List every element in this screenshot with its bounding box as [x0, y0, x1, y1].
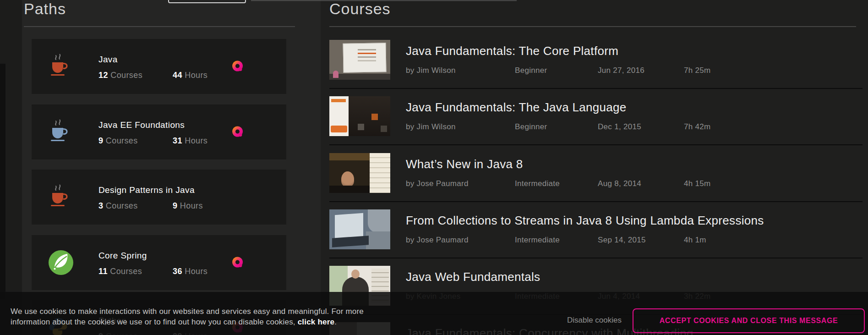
path-badge-icon	[232, 257, 244, 269]
course-date: Aug 8, 2014	[598, 179, 684, 188]
path-card-core-spring[interactable]: Core Spring 11 Courses36 Hours	[32, 235, 286, 290]
course-title[interactable]: Java Fundamentals: The Core Platform	[406, 44, 618, 58]
course-title[interactable]: Java Web Fundamentals	[406, 270, 540, 284]
course-author: by Jim Wilson	[406, 122, 515, 132]
course-meta: by Jim WilsonBeginnerDec 1, 20157h 42m	[406, 122, 711, 132]
path-card-java[interactable]: Java 12 Courses44 Hours	[32, 39, 286, 94]
path-hours-label: Hours	[185, 267, 207, 276]
path-title: Java	[98, 55, 118, 65]
course-duration: 7h 25m	[684, 66, 711, 75]
course-level: Intermediate	[515, 179, 598, 188]
course-row[interactable]: From Collections to Streams in Java 8 Us…	[329, 209, 863, 261]
course-title[interactable]: From Collections to Streams in Java 8 Us…	[406, 214, 764, 228]
path-hours-count: 44	[173, 71, 182, 80]
path-courses-label: Courses	[110, 267, 142, 276]
path-badge-icon	[232, 60, 244, 72]
cookie-banner: We use cookies to make interactions with…	[0, 292, 868, 335]
course-author: by Jose Paumard	[406, 179, 515, 188]
course-date: Jun 27, 2016	[598, 66, 684, 75]
page: Paths Java 12 Courses44 Hours	[0, 0, 868, 335]
course-level: Intermediate	[515, 236, 598, 245]
path-title: Design Patterns in Java	[98, 185, 195, 195]
course-title[interactable]: Java Fundamentals: The Java Language	[406, 100, 627, 115]
cookie-message-line2: information about the cookies we use or …	[11, 318, 298, 326]
course-duration: 7h 42m	[684, 122, 711, 131]
course-author: by Jose Paumard	[406, 236, 515, 245]
course-level: Beginner	[515, 66, 598, 75]
path-hours-label: Hours	[180, 201, 203, 210]
course-row[interactable]: Java Fundamentals: The Core Platform by …	[329, 40, 863, 91]
path-course-count: 3	[98, 201, 103, 210]
course-row[interactable]: Java Fundamentals: The Java Language by …	[329, 96, 863, 148]
path-badge-icon	[232, 126, 244, 138]
path-meta: 3 Courses9 Hours	[98, 201, 203, 211]
course-thumbnail[interactable]	[329, 153, 390, 193]
course-meta: by Jim WilsonBeginnerJun 27, 20167h 25m	[406, 66, 711, 75]
course-level: Beginner	[515, 122, 598, 132]
coffee-cup-icon	[48, 53, 74, 80]
path-hours-label: Hours	[185, 136, 207, 145]
path-course-count: 9	[98, 136, 103, 145]
top-cutoff-button[interactable]	[168, 0, 246, 3]
path-title: Core Spring	[98, 251, 147, 261]
course-thumbnail[interactable]	[329, 96, 390, 136]
accept-cookies-button[interactable]: ACCEPT COOKIES AND CLOSE THIS MESSAGE	[633, 308, 865, 333]
course-duration: 4h 15m	[684, 179, 711, 188]
path-meta: 11 Courses36 Hours	[98, 267, 207, 276]
path-hours-count: 9	[173, 201, 177, 210]
spring-logo-icon	[48, 250, 74, 277]
path-meta: 12 Courses44 Hours	[98, 71, 207, 80]
course-thumbnail[interactable]	[329, 40, 390, 80]
path-course-count: 11	[98, 267, 108, 276]
cookie-message: We use cookies to make interactions with…	[11, 306, 364, 327]
coffee-cup-icon	[48, 183, 74, 211]
paths-heading-rule	[24, 26, 295, 27]
path-hours-label: Hours	[185, 71, 207, 80]
paths-heading: Paths	[24, 0, 66, 18]
cookie-message-period: .	[334, 318, 337, 326]
course-title[interactable]: What’s New in Java 8	[406, 157, 523, 171]
disable-cookies-link[interactable]: Disable cookies	[567, 316, 622, 325]
click-here-link[interactable]: click here	[298, 318, 334, 326]
path-card-java-ee-foundations[interactable]: Java EE Foundations 9 Courses31 Hours	[32, 104, 286, 159]
path-hours-count: 36	[173, 267, 182, 276]
path-courses-label: Courses	[110, 71, 142, 80]
course-meta: by Jose PaumardIntermediateSep 14, 20154…	[406, 236, 706, 245]
path-course-count: 12	[98, 71, 108, 80]
cookie-message-line1: We use cookies to make interactions with…	[11, 307, 364, 316]
path-courses-label: Courses	[106, 136, 138, 145]
course-date: Dec 1, 2015	[598, 122, 684, 132]
path-title: Java EE Foundations	[98, 120, 185, 130]
course-thumbnail[interactable]	[329, 209, 390, 249]
courses-heading-rule	[329, 26, 856, 27]
course-row[interactable]: What’s New in Java 8 by Jose PaumardInte…	[329, 153, 863, 204]
courses-heading: Courses	[329, 0, 391, 18]
path-card-design-patterns-in-java[interactable]: Design Patterns in Java 3 Courses9 Hours	[32, 170, 286, 225]
course-meta: by Jose PaumardIntermediateAug 8, 20144h…	[406, 179, 711, 188]
path-courses-label: Courses	[106, 201, 138, 210]
path-meta: 9 Courses31 Hours	[98, 136, 207, 146]
course-date: Sep 14, 2015	[598, 236, 684, 245]
course-duration: 4h 1m	[684, 236, 706, 244]
path-hours-count: 31	[173, 136, 182, 145]
course-author: by Jim Wilson	[406, 66, 515, 75]
scrollbar-sliver[interactable]	[0, 64, 5, 299]
coffee-cup-icon	[48, 118, 74, 146]
